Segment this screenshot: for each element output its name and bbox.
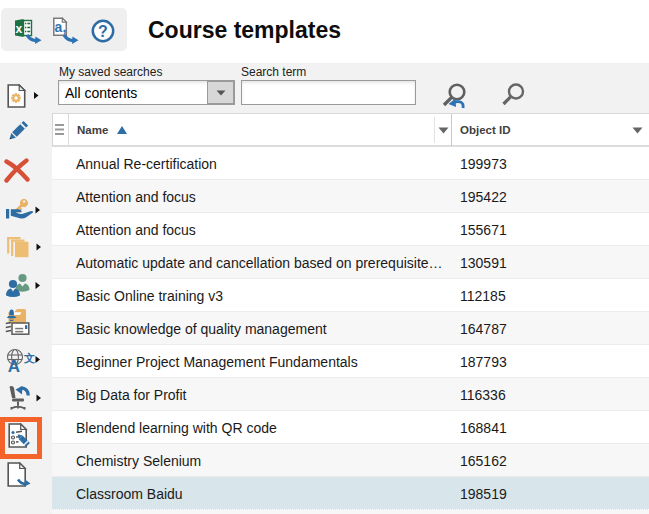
svg-text:x: x xyxy=(16,22,23,36)
svg-text:文: 文 xyxy=(23,352,35,364)
svg-text:A: A xyxy=(8,357,20,374)
svg-text:?: ? xyxy=(98,23,108,40)
svg-text:a,: a, xyxy=(55,19,67,35)
